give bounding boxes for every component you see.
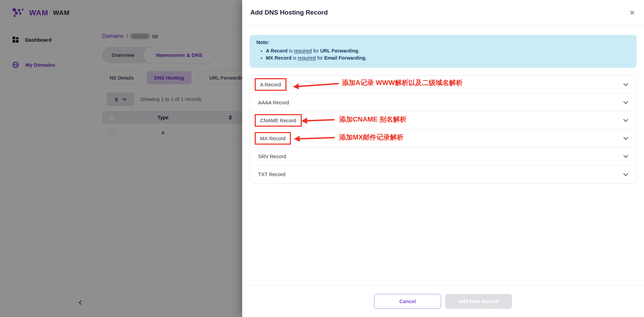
- a-record-label: A Record: [255, 78, 286, 91]
- accordion-srv-record[interactable]: SRV Record: [250, 147, 636, 165]
- annotation-mx-record: 添加MX邮件记录解析: [339, 133, 404, 142]
- txt-record-label: TXT Record: [258, 171, 285, 177]
- chevron-down-icon: [623, 135, 628, 140]
- chevron-down-icon: [623, 99, 628, 104]
- accordion-aaaa-record[interactable]: AAAA Record: [250, 93, 636, 111]
- aaaa-record-label: AAAA Record: [258, 100, 289, 105]
- close-icon[interactable]: ×: [626, 7, 638, 18]
- cancel-button[interactable]: Cancel: [374, 294, 441, 309]
- srv-record-label: SRV Record: [258, 153, 286, 159]
- chevron-down-icon: [623, 153, 628, 158]
- chevron-down-icon: [623, 171, 628, 176]
- record-type-accordion: A Record 添加A记录 WWW解析以及二级域名解析 AAAA Record…: [250, 75, 637, 184]
- note-list: A Record is required for URL Forwarding.…: [266, 47, 630, 62]
- accordion-mx-record[interactable]: MX Record 添加MX邮件记录解析: [250, 129, 636, 147]
- modal-header: Add DNS Hosting Record ×: [242, 0, 644, 26]
- cname-record-label: CNAME Record: [255, 114, 302, 127]
- mx-record-label: MX Record: [255, 132, 291, 145]
- note-item: MX Record is required for Email Forwardi…: [266, 55, 630, 62]
- note-title: Note:: [256, 39, 630, 45]
- screen: WAM WAM Dashboard: [0, 0, 644, 317]
- add-dns-record-modal: Add DNS Hosting Record × Note: A Record …: [242, 0, 644, 317]
- annotation-a-record: 添加A记录 WWW解析以及二级域名解析: [342, 78, 463, 87]
- chevron-down-icon: [623, 81, 628, 86]
- modal-footer: Cancel Add New Record: [242, 285, 644, 317]
- accordion-cname-record[interactable]: CNAME Record 添加CNAME 别名解析: [250, 111, 636, 129]
- red-arrow-icon: [307, 119, 335, 122]
- modal-title: Add DNS Hosting Record: [250, 9, 328, 16]
- annotation-cname-record: 添加CNAME 别名解析: [339, 115, 407, 124]
- note-item: A Record is required for URL Forwarding.: [266, 47, 630, 55]
- chevron-down-icon: [623, 117, 628, 122]
- accordion-a-record[interactable]: A Record 添加A记录 WWW解析以及二级域名解析: [250, 76, 636, 93]
- add-new-record-button[interactable]: Add New Record: [445, 294, 512, 309]
- accordion-txt-record[interactable]: TXT Record: [250, 165, 636, 183]
- red-arrow-icon: [299, 137, 335, 140]
- red-arrow-icon: [298, 83, 339, 87]
- note-box: Note: A Record is required for URL Forwa…: [250, 35, 637, 68]
